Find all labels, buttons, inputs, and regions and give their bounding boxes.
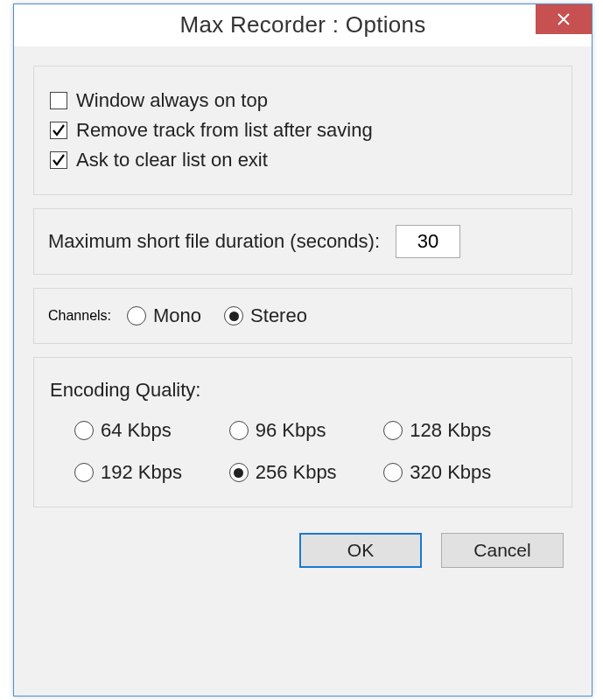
radio-label: 320 Kbps — [410, 461, 491, 484]
option-ask-clear[interactable]: Ask to clear list on exit — [50, 149, 556, 172]
quality-group: Encoding Quality: 64 Kbps 96 Kbps 128 Kb… — [33, 357, 572, 508]
quality-option-192[interactable]: 192 Kbps — [74, 461, 210, 484]
checkbox-label: Remove track from list after saving — [76, 119, 373, 142]
titlebar: Max Recorder : Options — [14, 4, 592, 46]
close-icon — [557, 13, 570, 25]
radio[interactable] — [224, 306, 243, 326]
radio-label: 192 Kbps — [101, 461, 182, 484]
radio-label: 128 Kbps — [410, 419, 491, 442]
radio[interactable] — [383, 463, 403, 482]
channels-option-stereo[interactable]: Stereo — [224, 304, 307, 327]
quality-label: Encoding Quality: — [50, 379, 557, 402]
radio-label: 256 Kbps — [256, 461, 337, 484]
quality-option-320[interactable]: 320 Kbps — [383, 461, 519, 484]
quality-option-128[interactable]: 128 Kbps — [383, 419, 519, 442]
radio-label: Mono — [153, 304, 201, 327]
duration-input[interactable] — [396, 225, 460, 258]
checkbox-label: Ask to clear list on exit — [76, 149, 268, 172]
window-title: Max Recorder : Options — [14, 11, 592, 38]
channels-option-mono[interactable]: Mono — [127, 304, 201, 327]
quality-option-96[interactable]: 96 Kbps — [229, 419, 365, 442]
radio[interactable] — [229, 421, 249, 440]
checkbox[interactable] — [50, 122, 67, 139]
checkbox[interactable] — [50, 92, 67, 109]
general-group: Window always on top Remove track from l… — [33, 66, 572, 195]
radio[interactable] — [74, 463, 94, 482]
cancel-button[interactable]: Cancel — [441, 533, 564, 568]
button-row: OK Cancel — [33, 521, 572, 568]
quality-option-256[interactable]: 256 Kbps — [229, 461, 365, 484]
radio-label: 96 Kbps — [256, 419, 326, 442]
ok-button[interactable]: OK — [299, 533, 422, 568]
checkbox[interactable] — [50, 151, 67, 169]
dialog-body: Window always on top Remove track from l… — [14, 46, 592, 584]
close-button[interactable] — [536, 4, 592, 34]
radio[interactable] — [229, 463, 249, 482]
radio-label: Stereo — [250, 304, 307, 327]
option-always-on-top[interactable]: Window always on top — [50, 89, 556, 112]
radio-label: 64 Kbps — [101, 419, 172, 442]
radio[interactable] — [127, 306, 146, 326]
quality-option-64[interactable]: 64 Kbps — [74, 419, 210, 442]
radio[interactable] — [383, 421, 403, 440]
checkbox-label: Window always on top — [76, 89, 268, 112]
options-dialog: Max Recorder : Options Window always on … — [13, 4, 592, 696]
channels-label: Channels: — [48, 308, 111, 324]
duration-label: Maximum short file duration (seconds): — [48, 230, 380, 253]
duration-group: Maximum short file duration (seconds): — [33, 208, 572, 275]
radio[interactable] — [74, 421, 94, 440]
channels-group: Channels: Mono Stereo — [33, 288, 572, 344]
option-remove-track[interactable]: Remove track from list after saving — [50, 119, 556, 142]
